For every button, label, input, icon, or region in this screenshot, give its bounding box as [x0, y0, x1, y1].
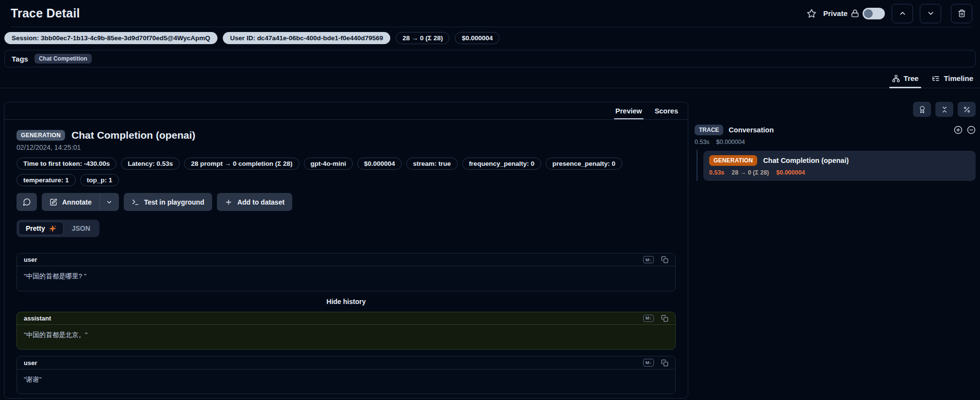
trash-icon	[958, 9, 966, 17]
annotate-dropdown-button[interactable]	[100, 193, 119, 211]
trace-tokens-badge: 28 → 0 (Σ 28)	[396, 32, 449, 44]
node-title: Chat Completion (openai)	[763, 157, 848, 164]
panel-body: GENERATION Chat Completion (openai) 02/1…	[4, 120, 688, 398]
messages-list: user M↓ "中国的首都是哪里? " Hide history	[17, 253, 676, 394]
message-tools: M↓	[643, 359, 668, 366]
observation-badges: Time to first token: -430.00s Latency: 0…	[17, 158, 676, 186]
chevron-down-icon	[106, 199, 113, 206]
chevron-down-icon	[927, 9, 935, 17]
collapse-all-button[interactable]	[935, 102, 953, 117]
trace-tree: TRACE Conversation 0.53s	[695, 125, 976, 181]
tab-tree-label: Tree	[904, 74, 919, 82]
page-header: Trace Detail Private	[0, 0, 980, 27]
trace-actions	[954, 126, 976, 134]
tree-children: GENERATION Chat Completion (openai) 0.53…	[695, 151, 976, 181]
badge-model[interactable]: gpt-4o-mini	[304, 158, 353, 170]
tab-tree[interactable]: Tree	[892, 74, 919, 88]
annotate-split-button: Annotate	[42, 193, 119, 211]
trace-tree-sidebar: TRACE Conversation 0.53s	[688, 102, 976, 181]
test-in-playground-button[interactable]: Test in playground	[124, 193, 212, 211]
trace-cost-badge: $0.000004	[455, 32, 499, 44]
scores-toggle-button[interactable]	[913, 102, 931, 117]
hide-history-button[interactable]: Hide history	[17, 298, 676, 305]
annotate-label: Annotate	[62, 198, 92, 206]
node-metrics: 0.53s 28 → 0 (Σ 28) $0.000004	[709, 169, 970, 176]
copy-icon	[661, 359, 668, 367]
comment-icon	[23, 198, 31, 206]
add-to-dataset-button[interactable]: Add to dataset	[217, 193, 292, 211]
copy-button[interactable]	[661, 256, 668, 263]
previous-trace-button[interactable]	[892, 4, 913, 23]
bookmark-star-button[interactable]	[807, 9, 816, 18]
markdown-icon[interactable]: M↓	[643, 256, 654, 263]
message-user-1: user M↓ "中国的首都是哪里? "	[17, 253, 676, 291]
terminal-icon	[132, 198, 139, 206]
generation-badge: GENERATION	[709, 155, 757, 166]
node-title-row: GENERATION Chat Completion (openai)	[709, 155, 970, 166]
user-id-badge[interactable]: User ID: dc47a41e-06bc-400d-bde1-f0e440d…	[223, 32, 390, 44]
tab-scores[interactable]: Scores	[655, 102, 678, 119]
action-buttons: Annotate Test in playground	[17, 193, 676, 211]
message-content: "中国的首都是北京。"	[17, 325, 675, 349]
annotate-button[interactable]: Annotate	[42, 193, 100, 211]
page-title: Trace Detail	[11, 6, 80, 20]
copy-button[interactable]	[661, 359, 668, 367]
observation-panel: Preview Scores GENERATION Chat Completio…	[4, 102, 688, 399]
add-to-dataset-label: Add to dataset	[237, 198, 284, 206]
tags-label: Tags	[12, 55, 28, 63]
badge-token-usage: 28 prompt → 0 completion (Σ 28)	[184, 158, 299, 170]
public-toggle[interactable]	[863, 8, 885, 19]
tag-chat-competition[interactable]: Chat Competition	[34, 54, 92, 64]
tab-preview[interactable]: Preview	[615, 102, 642, 119]
format-json-button[interactable]: JSON	[65, 222, 98, 235]
expand-all-button[interactable]	[954, 126, 963, 134]
toggle-knob	[864, 9, 873, 18]
message-role: user	[24, 359, 37, 367]
message-content: "中国的首都是哪里? "	[17, 266, 675, 290]
privacy-control: Private	[823, 8, 885, 19]
message-assistant-1: assistant M↓ "中国的首都是北京。"	[17, 312, 676, 350]
trace-meta-row: Session: 3bb00ec7-1b13-4c9b-85ee-3d9d70f…	[0, 27, 980, 44]
tab-timeline[interactable]: Timeline	[932, 74, 973, 88]
generation-node-selected[interactable]: GENERATION Chat Completion (openai) 0.53…	[703, 151, 976, 181]
timeline-icon	[932, 75, 940, 82]
lock-icon	[851, 9, 859, 17]
edit-icon	[50, 198, 57, 206]
next-trace-button[interactable]	[920, 4, 941, 23]
node-cost: $0.000004	[776, 169, 805, 176]
trace-root-row[interactable]: TRACE Conversation	[695, 125, 976, 135]
message-tools: M↓	[643, 315, 668, 322]
tags-container: Tags Chat Competition	[4, 50, 976, 67]
format-pretty-button[interactable]: Pretty	[18, 222, 64, 235]
collapse-icon	[941, 106, 948, 113]
copy-button[interactable]	[661, 315, 668, 322]
chevron-up-icon	[898, 9, 907, 17]
message-header: user M↓	[17, 254, 675, 266]
collapse-node-button[interactable]	[967, 126, 976, 134]
copy-icon	[661, 256, 668, 263]
observation-title-row: GENERATION Chat Completion (openai)	[17, 129, 676, 141]
observation-title: Chat Completion (openai)	[71, 129, 196, 141]
observation-timestamp: 02/12/2024, 14:25:01	[17, 144, 676, 151]
badge-presence-penalty: presence_penalty: 0	[546, 158, 622, 170]
metrics-toggle-button[interactable]	[958, 102, 976, 117]
badge-time-to-first-token: Time to first token: -430.00s	[17, 158, 116, 170]
message-user-2: user M↓ "谢谢"	[17, 356, 676, 394]
comments-button[interactable]	[17, 193, 37, 211]
observation-type-badge: GENERATION	[17, 130, 65, 141]
minus-circle-icon	[967, 126, 976, 134]
session-badge[interactable]: Session: 3bb00ec7-1b13-4c9b-85ee-3d9d70f…	[4, 32, 217, 44]
trace-metrics: 0.53s $0.000004	[695, 139, 976, 145]
format-toggle: Pretty JSON	[17, 220, 100, 237]
markdown-icon[interactable]: M↓	[643, 359, 654, 366]
message-role: user	[24, 256, 37, 263]
tab-timeline-label: Timeline	[944, 74, 973, 82]
trace-cost: $0.000004	[716, 139, 745, 145]
markdown-icon[interactable]: M↓	[643, 315, 654, 322]
trace-badge: TRACE	[695, 125, 723, 135]
playground-label: Test in playground	[144, 198, 204, 206]
node-tokens: 28 → 0 (Σ 28)	[731, 169, 769, 176]
sparkles-icon	[49, 225, 56, 232]
trace-title: Conversation	[729, 126, 774, 134]
delete-trace-button[interactable]	[951, 4, 972, 23]
